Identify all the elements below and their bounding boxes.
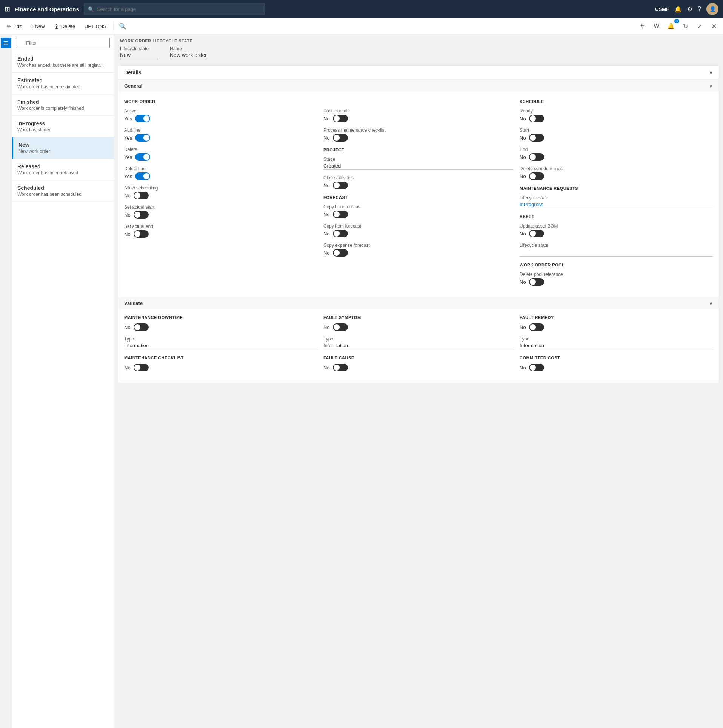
maintenance-checklist-label: MAINTENANCE CHECKLIST bbox=[124, 356, 317, 360]
copy-item-forecast-switch[interactable] bbox=[333, 230, 348, 237]
update-asset-bom-switch[interactable] bbox=[529, 230, 544, 237]
delete-switch[interactable] bbox=[135, 153, 150, 161]
fr-toggle[interactable]: No bbox=[520, 323, 713, 331]
add-line-toggle[interactable]: Yes bbox=[124, 134, 317, 142]
edit-button[interactable]: ✏ Edit bbox=[3, 21, 25, 32]
fs-type-value[interactable]: Information bbox=[323, 343, 514, 349]
general-section-header[interactable]: General ∧ bbox=[118, 80, 719, 92]
fc-switch[interactable] bbox=[333, 364, 348, 371]
end-switch[interactable] bbox=[529, 153, 544, 161]
stage-value[interactable]: Created bbox=[323, 163, 514, 170]
word-button[interactable]: W bbox=[651, 20, 663, 32]
copy-hour-forecast-toggle[interactable]: No bbox=[323, 211, 514, 218]
sidebar-item-scheduled[interactable]: Scheduled Work order has been scheduled bbox=[12, 180, 114, 202]
avatar[interactable]: 👤 bbox=[706, 3, 718, 15]
sidebar-item-finished[interactable]: Finished Work order is completely finish… bbox=[12, 94, 114, 116]
allow-scheduling-switch[interactable] bbox=[134, 192, 149, 199]
copy-expense-forecast-toggle[interactable]: No bbox=[323, 249, 514, 257]
sidebar-item-released-title: Released bbox=[17, 163, 108, 169]
fs-toggle[interactable]: No bbox=[323, 323, 514, 331]
delete-pool-ref-switch[interactable] bbox=[529, 278, 544, 286]
lifecycle-header-title: WORK ORDER LIFECYCLE STATE bbox=[120, 38, 717, 43]
delete-pool-ref-toggle[interactable]: No bbox=[520, 278, 713, 286]
sidebar-item-ended[interactable]: Ended Work has ended, but there are stil… bbox=[12, 51, 114, 73]
fc-toggle[interactable]: No bbox=[323, 364, 514, 371]
fr-type-value[interactable]: Information bbox=[520, 343, 713, 349]
fs-switch[interactable] bbox=[333, 323, 348, 331]
validate-section-header[interactable]: Validate ∧ bbox=[118, 297, 719, 309]
lifecycle-name-value[interactable]: New work order bbox=[170, 52, 208, 59]
sidebar-item-ended-title: Ended bbox=[17, 56, 108, 62]
validate-collapse-chevron[interactable]: ∧ bbox=[709, 300, 713, 306]
help-icon[interactable]: ? bbox=[698, 6, 701, 12]
set-actual-start-switch[interactable] bbox=[134, 211, 149, 219]
cc-switch[interactable] bbox=[529, 364, 544, 371]
post-journals-switch[interactable] bbox=[333, 115, 348, 122]
filter-toggle-button[interactable]: ☰ bbox=[1, 38, 11, 48]
maximize-button[interactable]: ⤢ bbox=[694, 20, 706, 32]
update-asset-bom-label: Update asset BOM bbox=[520, 223, 713, 229]
active-switch[interactable] bbox=[135, 115, 150, 122]
close-button[interactable]: ✕ bbox=[708, 20, 720, 32]
post-journals-toggle[interactable]: No bbox=[323, 115, 514, 122]
close-activities-switch[interactable] bbox=[333, 182, 348, 189]
mc-switch[interactable] bbox=[134, 364, 149, 371]
mr-lifecycle-state-value[interactable]: InProgress bbox=[520, 202, 713, 208]
md-toggle[interactable]: No bbox=[124, 323, 317, 331]
close-activities-toggle[interactable]: No bbox=[323, 182, 514, 189]
fr-switch[interactable] bbox=[529, 323, 544, 331]
start-switch[interactable] bbox=[529, 134, 544, 142]
cc-toggle[interactable]: No bbox=[520, 364, 713, 371]
sidebar-item-inprogress[interactable]: InProgress Work has started bbox=[12, 116, 114, 137]
set-actual-end-field: Set actual end No bbox=[124, 224, 317, 238]
set-actual-start-toggle[interactable]: No bbox=[124, 211, 317, 219]
delete-line-toggle[interactable]: Yes bbox=[124, 172, 317, 180]
md-switch[interactable] bbox=[134, 323, 149, 331]
ready-toggle[interactable]: No bbox=[520, 115, 713, 122]
grid-view-button[interactable]: # bbox=[636, 20, 648, 32]
lifecycle-state-value[interactable]: New bbox=[120, 52, 158, 59]
search-input[interactable] bbox=[97, 6, 261, 12]
delete-toggle[interactable]: Yes bbox=[124, 153, 317, 161]
details-collapse-chevron[interactable]: ∨ bbox=[709, 69, 713, 75]
delete-schedule-lines-switch[interactable] bbox=[529, 172, 544, 180]
set-actual-end-toggle[interactable]: No bbox=[124, 230, 317, 238]
details-panel-header[interactable]: Details ∨ bbox=[118, 66, 719, 80]
process-checklist-switch[interactable] bbox=[333, 134, 348, 142]
add-line-switch[interactable] bbox=[135, 134, 150, 142]
set-actual-end-switch[interactable] bbox=[134, 230, 149, 238]
notification-cmd-button[interactable]: 🔔 0 bbox=[665, 20, 677, 32]
mc-toggle[interactable]: No bbox=[124, 364, 317, 371]
asset-lifecycle-state-value[interactable] bbox=[520, 249, 713, 257]
general-collapse-chevron[interactable]: ∧ bbox=[709, 83, 713, 89]
sidebar-item-estimated[interactable]: Estimated Work order has been estimated bbox=[12, 73, 114, 94]
copy-expense-forecast-switch[interactable] bbox=[333, 249, 348, 257]
copy-item-forecast-toggle[interactable]: No bbox=[323, 230, 514, 237]
refresh-button[interactable]: ↻ bbox=[679, 20, 691, 32]
notification-icon[interactable]: 🔔 bbox=[674, 6, 682, 13]
sidebar-item-new[interactable]: New New work order bbox=[12, 137, 114, 159]
copy-hour-forecast-switch[interactable] bbox=[333, 211, 348, 218]
options-button[interactable]: OPTIONS bbox=[80, 21, 110, 31]
update-asset-bom-toggle[interactable]: No bbox=[520, 230, 713, 237]
delete-line-switch[interactable] bbox=[135, 172, 150, 180]
ready-switch[interactable] bbox=[529, 115, 544, 122]
set-actual-end-value: No bbox=[124, 231, 131, 237]
search-filter-button[interactable]: 🔍 bbox=[117, 20, 129, 32]
md-type-value[interactable]: Information bbox=[124, 343, 317, 349]
sidebar-item-released[interactable]: Released Work order has been released bbox=[12, 159, 114, 180]
delete-schedule-lines-toggle[interactable]: No bbox=[520, 172, 713, 180]
settings-icon[interactable]: ⚙ bbox=[687, 6, 692, 13]
start-toggle[interactable]: No bbox=[520, 134, 713, 142]
active-toggle[interactable]: Yes bbox=[124, 115, 317, 122]
process-checklist-toggle[interactable]: No bbox=[323, 134, 514, 142]
delete-button[interactable]: 🗑 Delete bbox=[50, 21, 79, 32]
search-bar[interactable]: 🔍 bbox=[84, 3, 265, 15]
md-toggle-field: No bbox=[124, 323, 317, 331]
app-grid-icon[interactable]: ⊞ bbox=[5, 5, 10, 13]
allow-scheduling-toggle[interactable]: No bbox=[124, 192, 317, 199]
new-button[interactable]: + New bbox=[27, 21, 48, 31]
stage-field: Stage Created bbox=[323, 157, 514, 170]
sidebar-filter-input[interactable] bbox=[16, 38, 110, 48]
end-toggle[interactable]: No bbox=[520, 153, 713, 161]
